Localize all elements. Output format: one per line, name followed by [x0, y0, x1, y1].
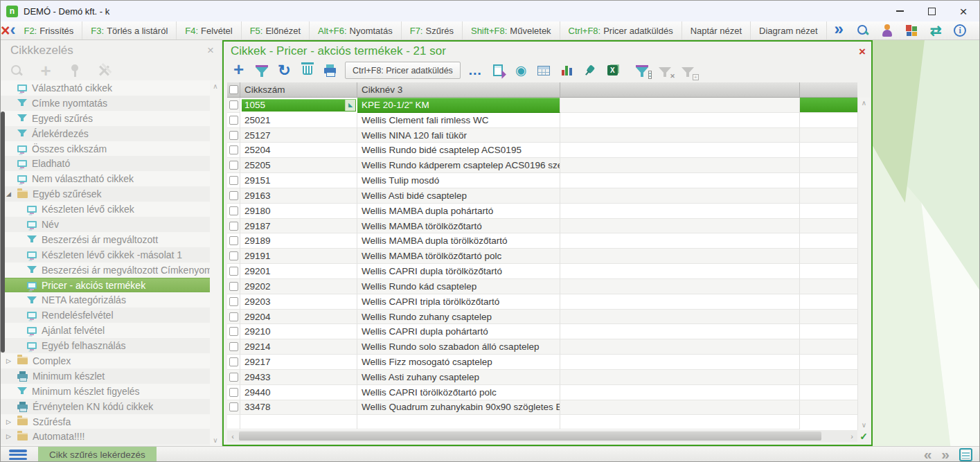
chart-button[interactable] — [556, 61, 578, 80]
cell-cikkszam[interactable]: 25204 — [240, 143, 357, 158]
row-checkbox[interactable] — [229, 116, 238, 125]
sidebar-tree-item[interactable]: Egyedi szűrés — [1, 111, 210, 126]
search-button[interactable] — [851, 21, 875, 39]
cell-cikkszam[interactable]: 29202 — [240, 279, 357, 294]
scroll-down-icon[interactable]: ∨ — [213, 436, 217, 444]
sidebar-tree-item[interactable]: ◢ Egyéb szűrések — [1, 186, 210, 202]
toolbar-function-button[interactable]: Shift+F8: Műveletek — [463, 21, 560, 39]
toolbar-function-button[interactable]: F3: Törlés a listáról — [82, 21, 177, 39]
table-row[interactable]: 29440 Wellis CAPRI törölközőtartó polc — [227, 385, 857, 400]
expander-icon[interactable]: ▷ — [6, 418, 17, 425]
row-checkbox-cell[interactable] — [227, 324, 240, 339]
sidebar-tree-item[interactable]: Címke nyomtatás — [1, 96, 210, 111]
row-checkbox-cell[interactable] — [227, 294, 240, 310]
toolbar-function-button[interactable]: F5: Előnézet — [242, 21, 310, 39]
cell-cikkszam[interactable]: 25021 — [240, 113, 357, 128]
table-row[interactable]: 25127 Wellis NINA 120 fali tükör — [227, 128, 857, 143]
cell-cikkszam[interactable]: 29210 — [240, 324, 357, 339]
list-view-icon[interactable] — [959, 448, 972, 461]
sidebar-tree-item[interactable]: Választható cikkek — [1, 80, 210, 96]
row-checkbox-cell[interactable] — [227, 173, 240, 188]
row-checkbox-cell[interactable] — [227, 400, 240, 416]
cell-cikknev3[interactable]: Wellis MAMBA törölközőtartó polc — [357, 249, 560, 264]
cell-cikknev3[interactable]: Wellis Asti zuhany csaptelep — [357, 370, 560, 385]
sidebar-tree-item[interactable]: Beszerzési ár megváltozott — [1, 232, 210, 247]
sidebar-tree-item[interactable]: Eladható — [1, 156, 210, 171]
toolbar-function-button[interactable]: F7: Szűrés — [402, 21, 463, 39]
cell-cikkszam[interactable]: 29214 — [240, 339, 357, 355]
table-row[interactable]: 29187 Wellis MAMBA törölközőtartó — [227, 219, 857, 234]
scroll-up-icon[interactable]: ∧ — [213, 82, 217, 90]
sidebar-clear-filter-button[interactable] — [96, 63, 112, 78]
column-header-cikkszam[interactable]: Cikkszám — [240, 82, 357, 97]
cell-cikknev3[interactable]: Wellis Rundo bidé csaptelep ACS0195 — [357, 143, 560, 158]
confirm-check-icon[interactable]: ✓ — [857, 430, 870, 442]
maximize-button[interactable] — [916, 1, 947, 21]
sidebar-tree-item[interactable]: Minimum készlet — [1, 368, 210, 384]
table-row[interactable]: 29202 Wellis Rundo kád csaptelep — [227, 279, 857, 294]
row-checkbox[interactable] — [229, 357, 238, 366]
help-button[interactable]: ? — [972, 21, 980, 39]
sidebar-tree-item[interactable]: Rendelésfelvétel — [1, 308, 210, 323]
sidebar-search-button[interactable] — [9, 63, 24, 78]
more-button[interactable]: … — [465, 61, 486, 80]
table-row[interactable]: 29204 Wellis Rundo zuhany csaptelep — [227, 310, 857, 325]
cell-cikkszam[interactable]: 29189 — [240, 233, 357, 249]
scroll-up-icon[interactable]: ∧ — [862, 99, 866, 107]
cell-cikknev3[interactable]: Wellis Rundo solo szabadon álló csaptele… — [357, 339, 560, 355]
row-checkbox[interactable] — [229, 327, 238, 336]
sidebar-tree-item[interactable]: Minimum készlet figyelés — [1, 384, 210, 399]
cell-cikknev3[interactable]: Wellis Rundo kádperem csaptelep ACS0196 … — [357, 158, 560, 173]
row-checkbox-cell[interactable] — [227, 204, 240, 219]
toolbar-function-button[interactable]: F2: Frissítés — [15, 21, 82, 39]
column-header-cikknev3[interactable]: Cikknév 3 — [357, 82, 560, 97]
sidebar-add-button[interactable]: + — [38, 63, 53, 78]
row-checkbox-cell[interactable] — [227, 249, 240, 264]
sidebar-tree-item[interactable]: Összes cikkszám — [1, 141, 210, 157]
cell-cikknev3[interactable]: Wellis CAPRI dupla pohártartó — [357, 324, 560, 339]
row-checkbox[interactable] — [229, 297, 238, 306]
row-checkbox-cell[interactable] — [227, 310, 240, 325]
sidebar-tree-item[interactable]: Beszerzési ár megváltozott Címkenyomtat — [1, 263, 210, 278]
scroll-down-icon[interactable]: ∨ — [862, 421, 866, 429]
table-row[interactable]: 29433 Wellis Asti zuhany csaptelep — [227, 370, 857, 385]
row-checkbox[interactable] — [229, 206, 238, 215]
table-row[interactable]: 29203 Wellis CAPRI tripla törölközőtartó — [227, 294, 857, 310]
row-checkbox-cell[interactable] — [227, 385, 240, 400]
table-row[interactable]: 1055◣ KPE 20-1/2" KM — [227, 98, 857, 113]
row-checkbox[interactable] — [229, 131, 238, 140]
scroll-left-icon[interactable]: ‹ — [227, 432, 238, 441]
table-row[interactable]: 25205 Wellis Rundo kádperem csaptelep AC… — [227, 158, 857, 173]
cell-cikknev3[interactable]: Wellis CAPRI törölközőtartó polc — [357, 385, 560, 400]
row-checkbox[interactable] — [229, 388, 238, 397]
cell-cikknev3[interactable]: Wellis Fizz mosogató csaptelep — [357, 355, 560, 370]
toolbar-function-button[interactable]: F4: Felvétel — [177, 21, 241, 39]
row-checkbox[interactable] — [229, 161, 238, 170]
row-checkbox[interactable] — [229, 267, 238, 276]
grid-view-button[interactable] — [533, 61, 555, 80]
sidebar-tree-item[interactable]: ▷ Szűrésfa — [1, 414, 210, 429]
cell-cikkszam[interactable]: 29201 — [240, 264, 357, 279]
grid-vertical-scrollbar[interactable]: ∧ ∨ — [857, 98, 870, 430]
cell-cikknev3[interactable]: Wellis MAMBA dupla pohártartó — [357, 204, 560, 219]
cell-cikkszam[interactable]: 25205 — [240, 158, 357, 173]
table-row[interactable]: 29180 Wellis MAMBA dupla pohártartó — [227, 204, 857, 219]
sync-button[interactable]: ⇄ — [924, 21, 948, 39]
row-checkbox-cell[interactable] — [227, 113, 240, 128]
menu-button[interactable] — [9, 450, 27, 460]
row-checkbox-cell[interactable] — [227, 98, 240, 113]
scroll-right-icon[interactable]: › — [846, 432, 857, 441]
panel-close-button[interactable]: × — [859, 46, 866, 57]
sidebar-tree-item[interactable]: Készleten lévő cikkek — [1, 202, 210, 217]
add-row-button[interactable]: + — [228, 61, 249, 80]
excel-export-button[interactable]: X — [602, 61, 623, 80]
cell-cikkszam[interactable]: 29151 — [240, 173, 357, 188]
cell-cikkszam[interactable]: 29203 — [240, 294, 357, 310]
sidebar-tree-item[interactable]: ▷ Complex — [1, 353, 210, 368]
row-checkbox[interactable] — [229, 402, 238, 411]
cell-cikknev3[interactable]: Wellis Quadrum zuhanykabin 90x90 szöglet… — [357, 400, 560, 416]
expander-icon[interactable]: ▷ — [6, 357, 17, 364]
table-row[interactable]: 25021 Wellis Clement fali rimless WC — [227, 113, 857, 128]
cell-cikkszam[interactable]: 29433 — [240, 370, 357, 385]
row-checkbox-cell[interactable] — [227, 143, 240, 158]
